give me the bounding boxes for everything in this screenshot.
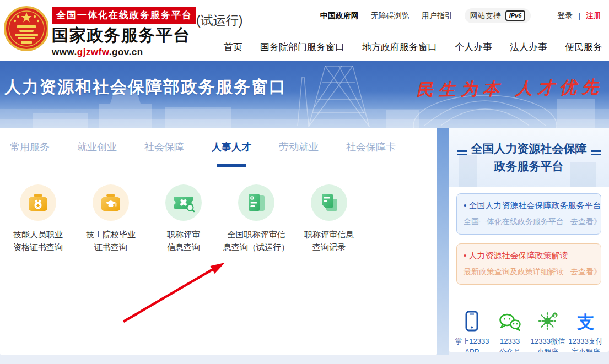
building-silhouette [570, 162, 596, 187]
card-title-text: 全国人力资源社会保障政务服务平台 [468, 200, 601, 210]
medal-briefcase-icon [20, 184, 56, 221]
channel-12333-official-account[interactable]: 12333公众号 [491, 309, 529, 352]
service-title-review-info-query[interactable]: 职称评审信息查询 [147, 184, 220, 253]
service-national-title-review-query-trial[interactable]: 全国职称评审信息查询（试运行） [220, 184, 293, 253]
service-grid: 技能人员职业资格证书查询 技工院校毕业证书查询 [0, 184, 437, 253]
graduation-briefcase-icon [93, 184, 129, 221]
go-view-link[interactable]: 去查看》 [570, 267, 601, 276]
miniprogram-burst-icon: $ [529, 309, 567, 332]
service-label: 技能人员职业资格证书查询 [2, 228, 74, 253]
link-user-guide[interactable]: 用户指引 [422, 11, 452, 21]
logo-banner-text: 全国一体化在线政务服务平台 [52, 7, 196, 24]
nav-local-gov-windows[interactable]: 地方政府服务窗口 [362, 41, 437, 53]
channel-row: 掌上12333APP 12 [449, 309, 609, 352]
auth-links: 登录 | 注册 [557, 11, 601, 21]
channel-label: 12333公众号 [491, 336, 529, 352]
main-nav: 首页 国务院部门服务窗口 地方政府服务窗口 个人办事 法人办事 便民服务 [224, 41, 602, 53]
bullet-icon: • [464, 251, 466, 260]
sidebar-header: 全国人力资源社会保障 政务服务平台 [449, 128, 609, 187]
channel-label: 12333支付宝小程序 [567, 336, 605, 352]
ipv6-badge: IPv6 [505, 10, 526, 21]
nav-legal-person-affairs[interactable]: 法人办事 [510, 41, 547, 53]
sidebar: 全国人力资源社会保障 政务服务平台 • 全国人力资源社会保障政务服务平台 全国一… [449, 128, 609, 352]
services-panel: 常用服务 就业创业 社会保障 人事人才 劳动就业 社会保障卡 [0, 128, 437, 355]
service-label: 职称评审信息查询 [147, 228, 220, 253]
support-label: 网站支持 [470, 11, 501, 21]
card-policy-interpretation[interactable]: • 人力资源社会保障政策解读 最新政策查询及政策详细解读 去查看》 [456, 243, 601, 285]
logo-title: 国家政务服务平台 [52, 24, 196, 47]
site-logo[interactable]: 全国一体化在线政务服务平台 国家政务服务平台 www.gjzwfw.gov.cn [52, 7, 196, 58]
card-national-hr-platform[interactable]: • 全国人力资源社会保障政务服务平台 全国一体化在线政务服务平台 去查看》 [456, 193, 601, 235]
tab-common-services[interactable]: 常用服务 [10, 140, 50, 167]
channel-12333-wechat-miniprogram[interactable]: $ 12333微信小程序 [529, 309, 567, 352]
service-label: 全国职称评审信息查询（试运行） [220, 228, 293, 253]
channel-label: 掌上12333APP [453, 336, 491, 352]
deco-lines-right-icon [591, 150, 601, 155]
service-title-review-query-records[interactable]: 职称评审信息查询记录 [293, 184, 365, 253]
ticket-search-icon [165, 184, 202, 221]
logo-url-prefix: www. [52, 47, 77, 57]
smartphone-icon [453, 309, 491, 332]
nav-home[interactable]: 首页 [224, 41, 242, 53]
logo-url-suffix: .gov.cn [109, 47, 143, 57]
card-desc: 全国一体化在线政务服务平台 [464, 217, 564, 226]
trial-run-label: (试运行) [196, 12, 242, 29]
documents-copy-icon [311, 184, 347, 221]
card-title: • 人力资源社会保障政策解读 [464, 251, 594, 261]
login-link[interactable]: 登录 [557, 11, 573, 21]
service-skill-certificate-query[interactable]: 技能人员职业资格证书查询 [2, 184, 74, 253]
link-accessibility[interactable]: 无障碍浏览 [371, 11, 409, 21]
register-link[interactable]: 注册 [586, 11, 601, 21]
service-label: 技工院校毕业证书查询 [74, 228, 147, 253]
card-subtitle: 最新政策查询及政策详细解读 去查看》 [464, 267, 594, 277]
card-title-text: 人力资源社会保障政策解读 [468, 251, 568, 260]
site-header: 全国一体化在线政务服务平台 国家政务服务平台 www.gjzwfw.gov.cn… [0, 0, 609, 61]
card-subtitle: 全国一体化在线政务服务平台 去查看》 [464, 217, 594, 227]
calligraphy-slogan: 民生为本 人才优先 [416, 75, 603, 102]
tab-social-security-card[interactable]: 社会保障卡 [346, 140, 396, 167]
tab-employment-startup[interactable]: 就业创业 [77, 140, 117, 167]
top-utility-links: 中国政府网 无障碍浏览 用户指引 网站支持 IPv6 登录 | 注册 [320, 8, 601, 23]
tab-labor-employment[interactable]: 劳动就业 [279, 140, 319, 167]
channel-label: 12333微信小程序 [529, 336, 567, 352]
go-view-link[interactable]: 去查看》 [570, 217, 601, 226]
site-support-pill[interactable]: 网站支持 IPv6 [465, 8, 531, 23]
bullet-icon: • [464, 200, 466, 210]
service-tabs: 常用服务 就业创业 社会保障 人事人才 劳动就业 社会保障卡 [0, 128, 437, 167]
sidebar-title-line2: 政务服务平台 [494, 157, 564, 175]
deco-lines-left-icon [457, 150, 467, 155]
content-area: 常用服务 就业创业 社会保障 人事人才 劳动就业 社会保障卡 [0, 128, 609, 364]
nav-convenience-services[interactable]: 便民服务 [565, 41, 602, 53]
card-desc: 最新政策查询及政策详细解读 [464, 267, 564, 276]
sidebar-title-line1: 全国人力资源社会保障 [471, 140, 587, 157]
card-title: • 全国人力资源社会保障政务服务平台 [464, 200, 594, 211]
channel-12333-alipay-miniprogram[interactable]: 支 12333支付宝小程序 [567, 309, 605, 352]
national-emblem-icon [4, 6, 48, 52]
page-title: 人力资源和社会保障部政务服务窗口 [4, 76, 287, 99]
wechat-icon [491, 309, 529, 332]
sidebar-divider [457, 298, 600, 298]
panel-gap-background [437, 128, 449, 355]
logo-url-highlight: gjzwfw [77, 47, 109, 57]
tab-social-security[interactable]: 社会保障 [144, 140, 184, 167]
service-technical-school-diploma-query[interactable]: 技工院校毕业证书查询 [74, 184, 147, 253]
nav-personal-affairs[interactable]: 个人办事 [455, 41, 492, 53]
logo-url: www.gjzwfw.gov.cn [52, 47, 196, 58]
department-banner: 人力资源和社会保障部政务服务窗口 民生为本 人才优先 [0, 61, 609, 128]
alipay-icon: 支 [567, 309, 605, 332]
link-china-gov[interactable]: 中国政府网 [320, 11, 359, 21]
tab-personnel-talent[interactable]: 人事人才 [212, 140, 251, 167]
auth-separator: | [578, 12, 580, 20]
building-silhouette [459, 155, 477, 187]
nav-state-council-windows[interactable]: 国务院部门服务窗口 [260, 41, 344, 53]
channel-12333-app[interactable]: 掌上12333APP [453, 309, 491, 352]
service-label: 职称评审信息查询记录 [293, 228, 365, 253]
document-profile-icon [238, 184, 274, 221]
